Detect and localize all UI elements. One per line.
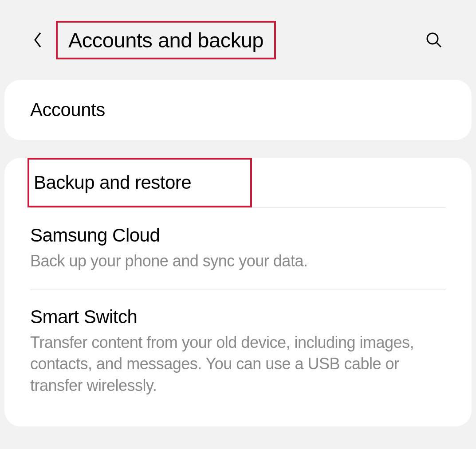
accounts-item[interactable]: Accounts <box>4 80 472 140</box>
page-title: Accounts and backup <box>68 28 264 52</box>
backup-card: Backup and restore Samsung Cloud Back up… <box>4 158 472 426</box>
accounts-card: Accounts <box>4 80 472 140</box>
svg-line-1 <box>437 43 441 47</box>
smart-switch-title: Smart Switch <box>30 306 446 328</box>
search-icon <box>425 31 442 48</box>
accounts-label: Accounts <box>30 99 446 121</box>
samsung-cloud-subtitle: Back up your phone and sync your data. <box>30 250 446 272</box>
back-button[interactable] <box>27 29 49 51</box>
chevron-left-icon <box>32 31 43 49</box>
backup-restore-item[interactable]: Backup and restore <box>34 172 246 193</box>
title-highlight-box: Accounts and backup <box>56 21 276 59</box>
samsung-cloud-title: Samsung Cloud <box>30 225 446 246</box>
smart-switch-subtitle: Transfer content from your old device, i… <box>30 332 446 397</box>
header-bar: Accounts and backup <box>0 0 476 80</box>
smart-switch-item[interactable]: Smart Switch Transfer content from your … <box>4 289 472 414</box>
svg-point-0 <box>427 33 438 44</box>
backup-restore-highlight-box: Backup and restore <box>28 158 252 207</box>
samsung-cloud-item[interactable]: Samsung Cloud Back up your phone and syn… <box>4 208 472 289</box>
search-button[interactable] <box>423 29 445 51</box>
